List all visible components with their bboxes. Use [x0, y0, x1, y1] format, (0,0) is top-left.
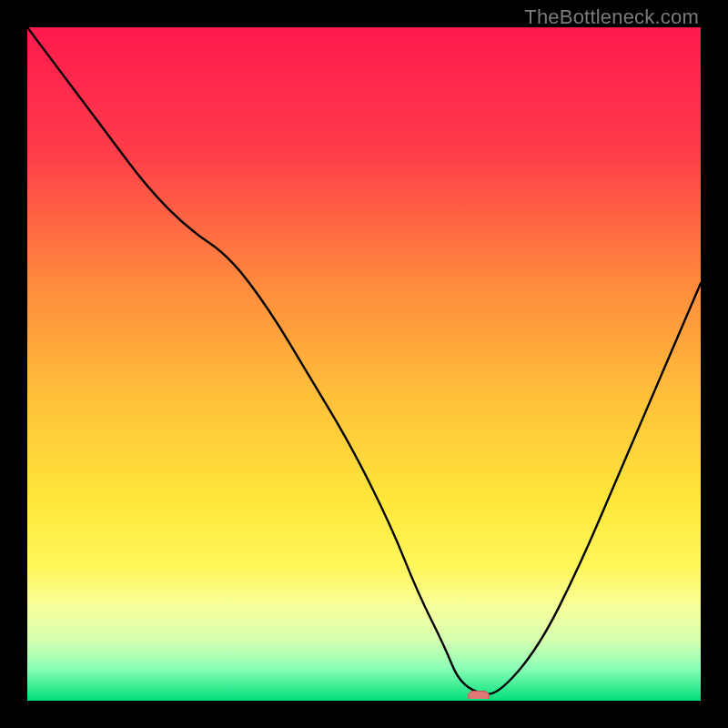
plot-area: [27, 27, 701, 701]
baseline: [27, 699, 701, 701]
watermark-text: TheBottleneck.com: [524, 5, 699, 29]
bottleneck-curve: [27, 27, 701, 701]
chart-frame: TheBottleneck.com: [0, 0, 728, 728]
